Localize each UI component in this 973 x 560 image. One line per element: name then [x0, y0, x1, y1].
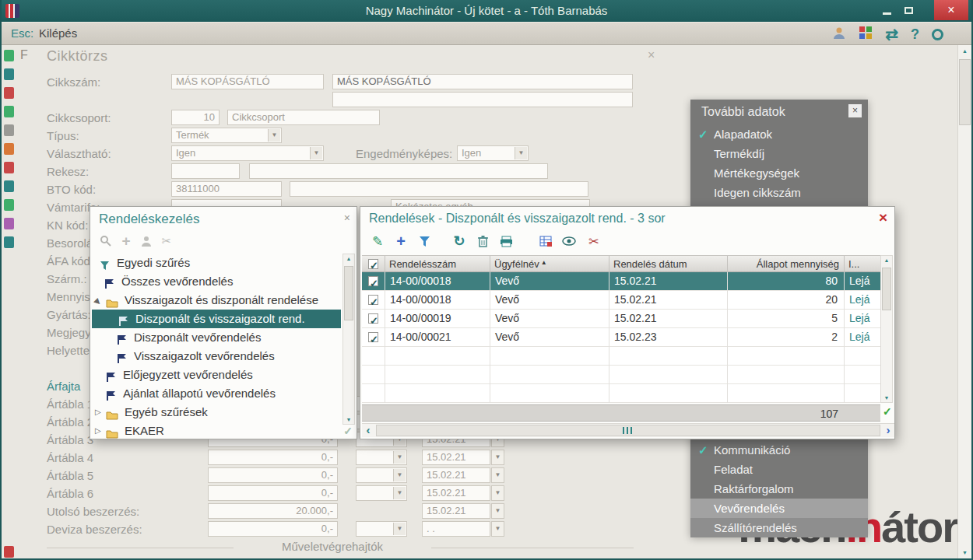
chevron-down-icon[interactable]: ▼	[393, 469, 406, 481]
utolso-beszerzes-date-dropdown[interactable]: ▼	[491, 503, 504, 519]
column-header-rendeles-datum[interactable]: Rendelés dátum	[609, 256, 728, 273]
add-icon[interactable]: +	[392, 232, 410, 250]
artabla6-date[interactable]: 15.02.21	[422, 485, 490, 501]
tree-item-ekaer[interactable]: ▷ EKAER	[90, 422, 341, 440]
exit-action-label[interactable]: Kilépés	[39, 23, 77, 44]
artabla6-date-dropdown[interactable]: ▼	[491, 485, 504, 501]
select-all-checkbox[interactable]	[368, 259, 378, 269]
modules-grid-icon[interactable]	[859, 26, 873, 43]
row-checkbox[interactable]	[368, 295, 378, 305]
panel-item-termekdij[interactable]: Termékdíj	[690, 144, 868, 163]
scrollbar-thumb[interactable]	[959, 59, 971, 125]
panel-item-feladat[interactable]: Feladat	[690, 460, 868, 479]
empty-table-row[interactable]	[362, 384, 880, 403]
tree-item-egyeb-szuresek[interactable]: ▷ Egyéb szűrések	[90, 403, 341, 422]
tree-collapsed-icon[interactable]: ▷	[95, 403, 101, 422]
cikkcsoport-name-input[interactable]: Cikkcsoport	[227, 110, 380, 125]
valaszthato-select[interactable]: Igen▼	[171, 145, 324, 161]
scroll-down-icon[interactable]: ▼	[958, 550, 971, 555]
column-header-rendelesszam[interactable]: Rendelésszám	[385, 256, 490, 273]
search-icon[interactable]	[97, 232, 115, 250]
sidebar-icon-bottom[interactable]	[4, 546, 14, 558]
scroll-down-icon[interactable]: ▼	[881, 395, 892, 401]
sidebar-icon-2[interactable]	[4, 68, 14, 80]
tree-item-diszponalt-vevorendeles[interactable]: Diszponált vevőrendelés	[90, 328, 341, 347]
chevron-down-icon[interactable]: ▼	[393, 451, 406, 464]
engedmenykepes-select[interactable]: Igen▼	[457, 145, 529, 161]
tree-collapsed-icon[interactable]: ▷	[95, 422, 101, 440]
close-button[interactable]: ×	[934, 0, 968, 20]
panel-item-kommunikacio[interactable]: ✓ Kommunikáció	[690, 440, 868, 460]
confirm-check-icon[interactable]: ✓	[343, 425, 353, 437]
row-checkbox[interactable]	[368, 276, 378, 286]
scrollbar-thumb[interactable]	[882, 268, 891, 310]
tree-expanded-icon[interactable]: ▶	[90, 293, 107, 310]
tree-item-visszaigazolt-es-diszponalt[interactable]: ▶ Visszaigazolt és diszponált rendelése	[90, 291, 341, 310]
empty-table-row[interactable]	[362, 347, 880, 366]
artabla6-value[interactable]: 0,-	[208, 485, 338, 501]
sidebar-icon-11[interactable]	[4, 236, 14, 248]
panel-item-vevorendeles[interactable]: Vevőrendelés	[690, 499, 868, 518]
tree-item-diszponalt-es-visszaigazolt[interactable]: Diszponált és visszaigazolt rend.	[92, 310, 341, 328]
cikkszam-input[interactable]: MÁS KOPÁSGÁTLÓ	[171, 74, 324, 89]
header-checkbox-cell[interactable]	[362, 256, 385, 273]
swap-arrows-icon[interactable]: ⇄	[885, 25, 898, 44]
cut-icon[interactable]: ✂	[585, 232, 603, 250]
artabla4-value[interactable]: 0,-	[208, 450, 338, 465]
tree-item-osszes-vevorendeles[interactable]: Összes vevőrendelés	[90, 272, 341, 291]
chevron-down-icon[interactable]: ▼	[393, 487, 406, 499]
ring-icon[interactable]	[932, 29, 943, 40]
scroll-left-icon[interactable]: ‹	[362, 424, 374, 438]
panel-item-idegen-cikkszam[interactable]: Idegen cikkszám	[690, 183, 868, 202]
tree-item-egyedi-szures[interactable]: Egyedi szűrés	[90, 254, 341, 272]
chevron-down-icon[interactable]: ▼	[393, 523, 406, 535]
sidebar-icon-10[interactable]	[4, 218, 14, 229]
view-eye-icon[interactable]	[560, 232, 578, 250]
scrollbar-thumb[interactable]	[344, 266, 353, 320]
artabla5-date[interactable]: 15.02.21	[422, 467, 490, 483]
deviza-date-dropdown[interactable]: ▼	[491, 521, 504, 537]
maximize-button[interactable]	[898, 0, 919, 20]
edit-pencil-icon[interactable]: ✎	[368, 232, 387, 250]
artabla5-date-dropdown[interactable]: ▼	[491, 467, 504, 483]
sidebar-icon-7[interactable]	[4, 162, 14, 173]
tree-scrollbar[interactable]: ▲ ▼	[342, 254, 355, 425]
sidebar-icon-3[interactable]	[4, 87, 14, 99]
scroll-down-icon[interactable]: ▼	[343, 417, 354, 422]
sidebar-icon-8[interactable]	[4, 180, 14, 192]
table-row[interactable]: 14-00/00019 Vevő 15.02.21 5 Lejá	[362, 310, 880, 328]
scroll-up-icon[interactable]: ▲	[958, 48, 971, 54]
sidebar-icon-9[interactable]	[4, 199, 14, 211]
table-row[interactable]: 14-00/00018✎ Vevő✎ 15.02.21 80 Lejá	[362, 272, 880, 291]
deviza-beszerzes-value[interactable]: 0,-	[208, 521, 338, 537]
refresh-icon[interactable]: ↻	[450, 232, 469, 250]
utolso-beszerzes-value[interactable]: 20.000,-	[208, 503, 338, 519]
table-row[interactable]: 14-00/00021 Vevő 15.02.23 2 Lejá	[362, 328, 880, 347]
print-icon[interactable]	[497, 232, 515, 250]
chevron-down-icon[interactable]: ▼	[310, 147, 322, 159]
chevron-down-icon[interactable]: ▼	[515, 147, 527, 159]
panel-item-raktarforgalom[interactable]: Raktárforgalom	[690, 479, 868, 499]
cut-icon[interactable]: ✂	[157, 232, 176, 250]
dialog-close-icon[interactable]: ×	[879, 209, 887, 226]
main-vertical-scrollbar[interactable]: ▲ ▼	[957, 45, 971, 558]
table-export-icon[interactable]	[536, 232, 555, 250]
user-icon[interactable]	[832, 26, 846, 43]
chevron-down-icon[interactable]: ▼	[268, 129, 280, 142]
delete-trash-icon[interactable]	[473, 232, 492, 250]
panel-item-mertekegysegek[interactable]: Mértékegységek	[690, 163, 868, 183]
table-horizontal-scrollbar[interactable]: ‹ ›	[362, 423, 894, 437]
scrollbar-thumb[interactable]	[376, 425, 880, 436]
add-icon[interactable]: +	[117, 232, 135, 250]
artabla4-date[interactable]: 15.02.21	[422, 450, 490, 465]
artabla5-value[interactable]: 0,-	[208, 467, 338, 483]
sidebar-icon-5[interactable]	[4, 124, 14, 136]
panel-item-alapadatok[interactable]: ✓ Alapadatok	[690, 124, 868, 144]
row-checkbox[interactable]	[368, 313, 378, 324]
deviza-select[interactable]: ▼	[356, 521, 407, 537]
scroll-right-icon[interactable]: ›	[882, 424, 894, 438]
cikkcsoport-code-input[interactable]: 10	[171, 110, 220, 125]
table-vertical-scrollbar[interactable]: ▲ ▼	[880, 255, 893, 403]
column-header-allapot-mennyiseg[interactable]: Állapot mennyiség	[728, 256, 845, 273]
artabla4-date-dropdown[interactable]: ▼	[491, 450, 504, 465]
